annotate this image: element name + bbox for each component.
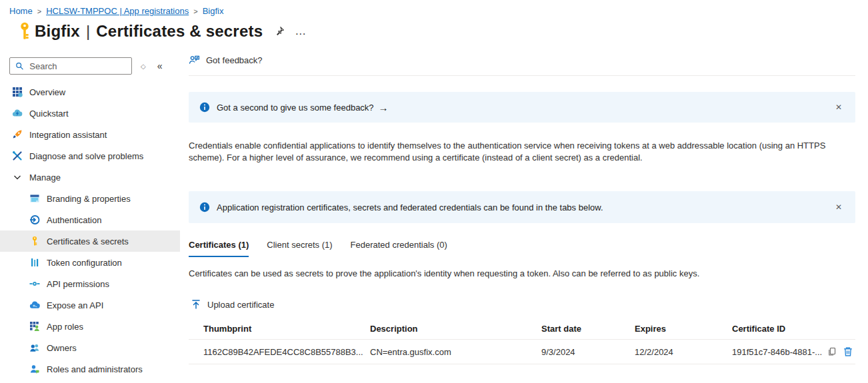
column-header-expires: Expires [635,324,732,334]
chevron-down-icon [12,172,23,183]
certificate-id-value: 191f51c7-846b-4881-... [732,347,822,357]
pin-button[interactable] [274,26,285,37]
cell-description: CN=entra.gusfix.com [370,347,541,357]
sidebar-item-certificates-secrets[interactable]: Certificates & secrets [0,230,180,252]
info-icon [199,202,210,212]
column-header-thumbprint: Thumbprint [203,324,370,334]
titlebar: Bigfix|Certificates & secrets … [0,16,868,45]
overview-icon [12,87,23,97]
copy-button[interactable] [827,347,837,356]
expose-api-icon [29,300,40,310]
sidebar-item-label: Owners [47,343,77,353]
tab-federated-credentials[interactable]: Federated credentials (0) [351,240,447,257]
feedback-label[interactable]: Got feedback? [206,55,263,65]
collapse-sidebar-button[interactable]: « [157,61,163,71]
table-row[interactable]: 1162C89B42AFEDE4CC8C8B55788B3... CN=entr… [189,340,855,364]
sidebar-item-label: Authentication [47,215,101,225]
cell-expires: 12/2/2024 [635,347,732,357]
sidebar-item-roles-administrators[interactable]: Roles and administrators [0,358,180,380]
arrow-right-icon[interactable]: → [379,102,389,113]
tab-certificates[interactable]: Certificates (1) [189,240,249,257]
sidebar-item-expose-api[interactable]: Expose an API [0,294,180,316]
sidebar-item-branding-properties[interactable]: Branding & properties [0,188,180,209]
api-permissions-icon [29,278,40,289]
breadcrumb-home-link[interactable]: Home [9,6,33,16]
banner-text: Got a second to give us some feedback? [217,103,374,113]
key-icon [15,21,35,41]
tab-bar: Certificates (1) Client secrets (1) Fede… [189,240,855,257]
breadcrumb-separator: > [193,7,197,15]
feedback-button[interactable] [189,55,200,66]
sidebar-item-label: Quickstart [29,109,69,119]
search-icon [15,61,23,71]
owners-icon [29,342,40,353]
credentials-description: Credentials enable confidential applicat… [189,140,835,163]
more-options-button[interactable]: … [295,28,306,35]
sidebar-item-label: Certificates & secrets [47,236,129,246]
banner-text: Application registration certificates, s… [217,202,603,212]
command-bar: Got feedback? [189,45,855,76]
sidebar-item-authentication[interactable]: Authentication [0,209,180,230]
branding-icon [29,193,40,204]
page-title-app-name: Bigfix [35,22,80,40]
token-configuration-icon [29,257,40,268]
certificates-tab-description: Certificates can be used as secrets to p… [189,268,855,278]
column-header-description: Description [370,324,541,334]
tab-client-secrets[interactable]: Client secrets (1) [267,240,332,257]
page-title-separator: | [80,22,96,40]
search-box[interactable] [9,57,132,75]
sidebar-item-owners[interactable]: Owners [0,337,180,358]
main-content: Got feedback? Got a second to give us so… [180,45,868,364]
sidebar-nav: Overview Quickstart Integration assistan… [0,81,180,380]
authentication-icon [29,214,40,225]
close-icon[interactable]: ✕ [833,201,845,213]
key-icon [29,236,40,246]
page-title-section: Certificates & secrets [96,22,263,40]
delete-certificate-button[interactable] [843,346,853,357]
sidebar-item-label: Expose an API [47,300,103,310]
column-header-certificate-id: Certificate ID [732,324,855,334]
table-header-row: Thumbprint Description Start date Expire… [189,318,855,340]
quickstart-icon [12,108,23,119]
integration-assistant-icon [12,129,23,140]
close-icon[interactable]: ✕ [833,101,845,113]
upload-certificate-button[interactable]: Upload certificate [189,299,855,310]
sidebar-item-token-configuration[interactable]: Token configuration [0,252,180,273]
sidebar-item-app-roles[interactable]: App roles [0,316,180,337]
sidebar-item-integration-assistant[interactable]: Integration assistant [0,124,180,145]
sidebar-group-manage[interactable]: Manage [0,167,180,188]
column-header-start-date: Start date [541,324,635,334]
breadcrumb-separator: > [37,7,41,15]
roles-administrators-icon [29,364,40,374]
sidebar: ◇ « Overview Quickstart [0,45,180,380]
sidebar-item-diagnose[interactable]: Diagnose and solve problems [0,145,180,167]
copy-icon [827,347,837,356]
pin-icon [274,26,285,37]
breadcrumb: Home > HCLSW-TMPPOC | App registrations … [0,0,868,16]
sidebar-item-label: Diagnose and solve problems [29,151,143,161]
sidebar-item-label: Overview [29,87,65,97]
diagnose-icon [12,151,23,161]
sidebar-item-overview[interactable]: Overview [0,81,180,103]
breadcrumb-bigfix-link[interactable]: Bigfix [203,6,224,16]
sidebar-item-label: Token configuration [47,258,122,268]
upload-certificate-label: Upload certificate [207,300,274,310]
info-icon [199,102,210,113]
cell-thumbprint: 1162C89B42AFEDE4CC8C8B55788B3... [203,347,370,357]
sidebar-group-label: Manage [29,173,61,183]
breadcrumb-app-registrations-link[interactable]: HCLSW-TMPPOC | App registrations [46,6,189,16]
search-input[interactable] [28,61,126,72]
upload-icon [191,299,201,310]
sidebar-item-api-permissions[interactable]: API permissions [0,273,180,294]
cell-certificate-id: 191f51c7-846b-4881-... [732,346,855,357]
app-roles-icon [29,321,40,332]
sidebar-item-label: Integration assistant [29,130,107,140]
sidebar-item-label: Roles and administrators [47,364,143,374]
certificates-table: Thumbprint Description Start date Expire… [189,318,855,364]
sidebar-item-label: App roles [47,322,83,332]
feedback-icon [189,55,200,66]
sidebar-search-row: ◇ « [9,57,180,75]
sidebar-item-quickstart[interactable]: Quickstart [0,103,180,124]
trash-icon [843,346,853,357]
tabs-info-banner: Application registration certificates, s… [189,191,855,223]
